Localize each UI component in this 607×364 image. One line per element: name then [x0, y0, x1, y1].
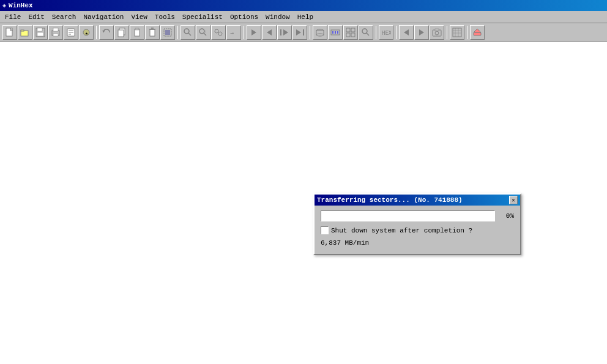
progress-container: 0%: [321, 210, 514, 221]
toolbar-separator-2: [177, 26, 178, 39]
toolbar-table-btn[interactable]: [450, 25, 464, 40]
toolbar-nav-back-btn[interactable]: [262, 25, 277, 40]
svg-text:→: →: [230, 29, 234, 36]
app-title: WinHex: [9, 2, 33, 9]
menu-bar: File Edit Search Navigation View Tools S…: [0, 11, 607, 23]
progress-bar: [321, 210, 495, 221]
svg-rect-64: [474, 32, 481, 35]
toolbar-hex-btn[interactable]: HEX: [379, 25, 393, 40]
toolbar-find-next-btn[interactable]: ↓: [196, 25, 210, 40]
svg-rect-21: [150, 29, 155, 36]
toolbar-search2-btn[interactable]: [359, 25, 373, 40]
toolbar-mem-btn[interactable]: [328, 25, 343, 40]
svg-rect-58: [435, 29, 439, 31]
svg-rect-49: [346, 33, 350, 37]
toolbar-separator-6: [396, 26, 397, 39]
checkbox-row: Shut down system after completion ?: [321, 226, 514, 234]
svg-rect-18: [118, 30, 124, 37]
dialog-close-button[interactable]: ✕: [509, 196, 518, 204]
toolbar-separator-7: [447, 26, 447, 39]
svg-point-32: [218, 32, 222, 35]
toolbar-replace-btn[interactable]: [211, 25, 226, 40]
svg-rect-9: [53, 34, 58, 36]
svg-marker-54: [404, 29, 409, 35]
menu-options[interactable]: Options: [226, 12, 262, 22]
svg-rect-25: [165, 30, 170, 35]
app-icon: ◈: [2, 2, 6, 9]
svg-line-27: [188, 33, 191, 35]
svg-marker-36: [283, 29, 288, 35]
menu-navigation[interactable]: Navigation: [80, 12, 127, 22]
transfer-dialog: Transferring sectors... (No. 741888) ✕ 0…: [313, 193, 521, 255]
toolbar-new-btn[interactable]: [2, 25, 17, 40]
svg-point-51: [362, 29, 367, 34]
svg-marker-35: [267, 29, 272, 35]
toolbar-nav-forward-btn[interactable]: [247, 25, 261, 40]
dialog-title: Transferring sectors... (No. 741888): [317, 196, 463, 204]
menu-tools[interactable]: Tools: [151, 12, 179, 22]
svg-point-31: [215, 29, 218, 33]
toolbar-separator-4: [310, 26, 310, 39]
toolbar-camera-btn[interactable]: [430, 25, 444, 40]
title-bar: ◈ WinHex: [0, 0, 607, 11]
svg-rect-3: [21, 30, 24, 31]
toolbar-disk-btn[interactable]: [313, 25, 327, 40]
toolbar-separator-8: [467, 26, 467, 39]
toolbar-next-btn[interactable]: [414, 25, 429, 40]
toolbar-separator-3: [244, 26, 244, 39]
svg-rect-45: [335, 31, 336, 34]
svg-rect-50: [351, 33, 355, 37]
dialog-body: 0% Shut down system after completion ? 6…: [315, 206, 520, 254]
svg-text:★: ★: [85, 31, 88, 36]
toolbar-eraser-btn[interactable]: [470, 25, 485, 40]
menu-view[interactable]: View: [127, 12, 151, 22]
toolbar-goto-btn[interactable]: →: [226, 25, 241, 40]
toolbar-delete-btn[interactable]: [145, 25, 160, 40]
svg-rect-6: [37, 32, 43, 36]
menu-window[interactable]: Window: [262, 12, 294, 22]
toolbar-open-btn[interactable]: [18, 25, 32, 40]
toolbar-find-btn[interactable]: [181, 25, 195, 40]
toolbar-prev-btn[interactable]: [399, 25, 414, 40]
svg-rect-20: [135, 28, 139, 30]
svg-rect-44: [332, 31, 333, 34]
menu-help[interactable]: Help: [294, 12, 317, 22]
toolbar-select-btn[interactable]: [160, 25, 175, 40]
toolbar-nav-end-btn[interactable]: [292, 25, 307, 40]
toolbar-separator-5: [376, 26, 376, 39]
svg-line-52: [367, 33, 369, 35]
dialog-title-bar: Transferring sectors... (No. 741888) ✕: [315, 195, 520, 206]
toolbar-print-btn[interactable]: [48, 25, 63, 40]
svg-rect-46: [337, 31, 338, 34]
svg-rect-19: [135, 29, 140, 36]
svg-text:HEX: HEX: [382, 30, 391, 36]
svg-point-42: [316, 34, 324, 36]
menu-specialist[interactable]: Specialist: [179, 12, 226, 22]
toolbar-undo-btn[interactable]: [99, 25, 114, 40]
toolbar-properties-btn[interactable]: [64, 25, 78, 40]
toolbar-save-btn[interactable]: [33, 25, 48, 40]
progress-percent-label: 0%: [499, 212, 514, 220]
menu-edit[interactable]: Edit: [24, 12, 48, 22]
toolbar-extra-btn[interactable]: ★: [79, 25, 94, 40]
shutdown-checkbox[interactable]: [321, 226, 329, 234]
svg-marker-65: [474, 29, 481, 32]
toolbar-grid-btn[interactable]: [343, 25, 358, 40]
toolbar-paste-btn[interactable]: [130, 25, 144, 40]
svg-point-26: [184, 29, 189, 34]
menu-file[interactable]: File: [1, 12, 24, 22]
svg-marker-55: [419, 29, 424, 35]
toolbar-copy-btn[interactable]: [114, 25, 129, 40]
svg-rect-59: [453, 28, 461, 37]
speed-label: 6,837 MB/min: [321, 239, 514, 247]
toolbar: ★ ↓ →: [0, 23, 607, 42]
checkbox-label: Shut down system after completion ?: [331, 227, 472, 234]
toolbar-nav-start-btn[interactable]: [277, 25, 292, 40]
menu-search[interactable]: Search: [48, 12, 80, 22]
main-content: Transferring sectors... (No. 741888) ✕ 0…: [0, 42, 607, 364]
svg-rect-48: [351, 28, 355, 32]
toolbar-separator-1: [96, 26, 97, 39]
checkbox-suffix: ?: [468, 227, 472, 234]
svg-point-28: [199, 29, 204, 34]
svg-rect-47: [346, 28, 350, 32]
